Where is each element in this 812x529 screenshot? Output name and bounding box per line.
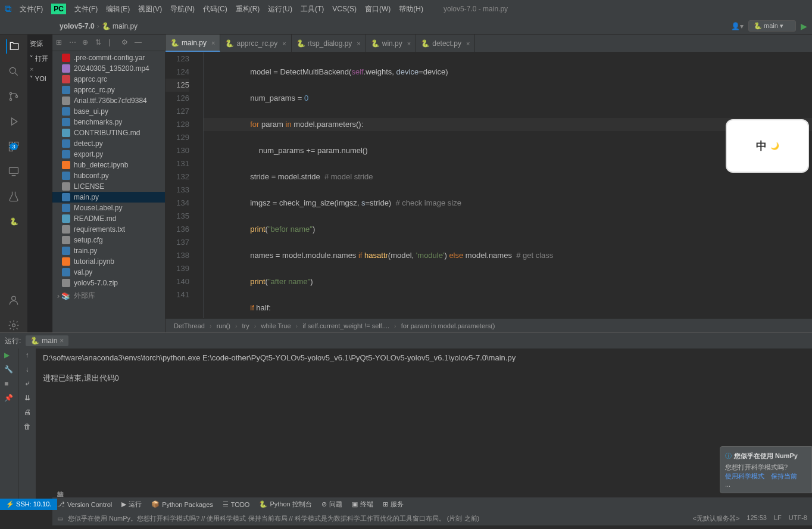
menu-vcs[interactable]: VCS(S) — [332, 5, 357, 13]
line-number[interactable]: 129 — [165, 131, 189, 144]
tree-file-LICENSE[interactable]: LICENSE — [52, 181, 165, 192]
tree-file-requirements-txt[interactable]: requirements.txt — [52, 224, 165, 235]
run-output[interactable]: D:\software\anaconda3\envs\torch\python.… — [36, 348, 812, 499]
status-server[interactable]: <无默认服务器> — [692, 514, 739, 523]
editor-tab-win-py[interactable]: 🐍win.py× — [366, 35, 416, 52]
search-icon[interactable] — [7, 64, 21, 79]
run-button[interactable]: ▶ — [801, 21, 807, 31]
status-position[interactable]: 125:53 — [747, 514, 767, 523]
line-number[interactable]: 133 — [165, 183, 189, 197]
tree-menu-icon[interactable]: ⋯ — [69, 38, 79, 48]
run-tab[interactable]: ▶ 运行 — [121, 500, 142, 509]
line-number[interactable]: 135 — [165, 210, 189, 223]
tree-expand-icon[interactable]: ⇅ — [95, 38, 105, 48]
print-icon[interactable]: 🖨 — [24, 408, 31, 416]
code-content[interactable]: model = DetectMultiBackend(self.weights,… — [204, 52, 812, 318]
terminal-tab[interactable]: ▣ 终端 — [352, 500, 373, 509]
explorer-icon[interactable] — [6, 39, 20, 54]
status-line-ending[interactable]: LF — [774, 514, 782, 523]
line-number[interactable]: 127 — [165, 105, 189, 118]
tree-file-val-py[interactable]: val.py — [52, 267, 165, 278]
line-number[interactable]: 141 — [165, 288, 189, 301]
vs-open-editors[interactable]: ˅ 打开 — [27, 53, 52, 64]
tree-file-train-py[interactable]: train.py — [52, 245, 165, 256]
tree-file-apprcc_rc-py[interactable]: apprcc_rc.py — [52, 85, 165, 95]
vs-close-icon[interactable]: × — [27, 64, 52, 74]
tree-file-README-md[interactable]: README.md — [52, 213, 165, 224]
line-number[interactable]: 139 — [165, 262, 189, 275]
notif-link-sci[interactable]: 使用科学模式 — [725, 472, 764, 480]
menu-refactor[interactable]: 重构(R) — [236, 4, 260, 14]
close-icon[interactable]: × — [357, 40, 360, 47]
user-icon[interactable]: 👤▾ — [731, 22, 744, 30]
close-icon[interactable]: × — [211, 39, 215, 46]
tree-file-MouseLabel-py[interactable]: MouseLabel.py — [52, 203, 165, 213]
tree-file-hub_detect-ipynb[interactable]: hub_detect.ipynb — [52, 160, 165, 170]
source-control-icon[interactable] — [7, 89, 21, 104]
tree-separator-icon[interactable]: | — [108, 38, 118, 48]
services-tab[interactable]: ⊞ 服务 — [383, 500, 404, 509]
external-libraries[interactable]: › 📚 外部库 — [52, 290, 165, 302]
menu-help[interactable]: 帮助(H) — [399, 4, 423, 14]
pin-icon[interactable]: 📌 — [4, 394, 14, 403]
menu-file[interactable]: 文件(F) — [74, 4, 98, 14]
tree-file-detect-py[interactable]: detect.py — [52, 138, 165, 149]
line-number[interactable]: 138 — [165, 249, 189, 262]
line-number[interactable]: 124 — [165, 66, 189, 79]
line-number[interactable]: 123 — [165, 52, 189, 66]
menu-run[interactable]: 运行(U) — [268, 4, 292, 14]
problems-tab[interactable]: ⊘ 问题 — [321, 500, 342, 509]
line-number[interactable]: 134 — [165, 197, 189, 210]
status-encoding[interactable]: UTF-8 — [789, 514, 807, 523]
up-icon[interactable]: ↑ — [26, 351, 29, 359]
close-icon[interactable]: × — [282, 40, 286, 47]
line-number[interactable]: 130 — [165, 144, 189, 157]
tree-file-benchmarks-py[interactable]: benchmarks.py — [52, 117, 165, 127]
tree-file-setup-cfg[interactable]: setup.cfg — [52, 235, 165, 245]
close-icon[interactable]: × — [407, 40, 411, 47]
scroll-icon[interactable]: ⇊ — [24, 394, 30, 402]
tree-file-yolov5-7-0-zip[interactable]: yolov5-7.0.zip — [52, 278, 165, 288]
menu-view[interactable]: 视图(V) — [138, 4, 162, 14]
tree-file-Arial-ttf-736bc7cfd9384[interactable]: Arial.ttf.736bc7cfd9384 — [52, 95, 165, 106]
run-tab-main[interactable]: 🐍 main × — [26, 335, 68, 346]
todo-tab[interactable]: ☰ TODO — [223, 500, 250, 508]
tree-target-icon[interactable]: ⊕ — [82, 38, 92, 48]
tree-file-hubconf-py[interactable]: hubconf.py — [52, 170, 165, 181]
menu-code[interactable]: 代码(C) — [203, 4, 227, 14]
tree-file-tutorial-ipynb[interactable]: tutorial.ipynb — [52, 256, 165, 267]
notif-link-keep[interactable]: 保持当前 — [771, 472, 797, 480]
line-number[interactable]: 126 — [165, 92, 189, 105]
breadcrumb-file[interactable]: 🐍 main.py — [99, 22, 140, 30]
code-breadcrumb-item[interactable]: try — [241, 322, 251, 329]
editor-tab-apprcc_rc-py[interactable]: 🐍apprcc_rc.py× — [220, 35, 291, 52]
extensions-icon[interactable]: 3 — [7, 139, 21, 154]
down-icon[interactable]: ↓ — [26, 365, 29, 374]
remote-icon[interactable] — [7, 164, 21, 179]
ime-floating-widget[interactable]: 中 🌙 — [726, 119, 809, 173]
code-breadcrumb-item[interactable]: for param in model.parameters() — [400, 322, 496, 329]
line-number[interactable]: 137 — [165, 236, 189, 249]
code-breadcrumb-item[interactable]: DetThread — [173, 322, 206, 329]
vs-project-root[interactable]: ˅ YOI — [27, 74, 52, 84]
code-breadcrumb-item[interactable]: while True — [260, 322, 292, 329]
tree-file-export-py[interactable]: export.py — [52, 149, 165, 160]
menu-edit[interactable]: 编辑(E) — [106, 4, 130, 14]
account-icon[interactable] — [7, 293, 21, 307]
tree-file-CONTRIBUTING-md[interactable]: CONTRIBUTING.md — [52, 127, 165, 138]
run-settings-icon[interactable]: 🔧 — [4, 365, 14, 375]
tree-file-apprcc-qrc[interactable]: apprcc.qrc — [52, 74, 165, 85]
tree-file-base_ui-py[interactable]: base_ui.py — [52, 106, 165, 117]
python-env-icon[interactable]: 🐍 — [7, 214, 21, 229]
tree-settings-icon[interactable]: ⚙ — [121, 38, 131, 48]
rerun-icon[interactable]: ▶ — [4, 351, 14, 360]
stop-icon[interactable]: ■ — [4, 379, 14, 389]
run-config-selector[interactable]: 🐍 main ▾ — [748, 20, 796, 32]
python-console-tab[interactable]: 🐍 Python 控制台 — [259, 500, 311, 509]
editor-tab-detect-py[interactable]: 🐍detect.py× — [416, 35, 475, 52]
file-menu-vsc[interactable]: 文件(F) — [20, 4, 43, 14]
debug-icon[interactable] — [7, 114, 21, 129]
close-icon[interactable]: × — [466, 40, 470, 47]
menu-tools[interactable]: 工具(T) — [301, 4, 324, 14]
editor-tab-rtsp_dialog-py[interactable]: 🐍rtsp_dialog.py× — [292, 35, 366, 52]
